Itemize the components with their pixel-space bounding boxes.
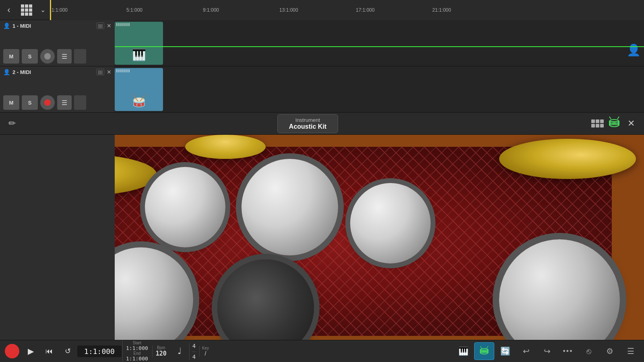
- piano-instrument-button[interactable]: 🎹: [453, 342, 473, 360]
- track-area: 👤 🎹: [115, 20, 644, 113]
- track-2-mute-button[interactable]: M: [3, 95, 19, 110]
- close-icon: ✕: [627, 118, 635, 129]
- clip-line: [116, 23, 118, 26]
- clip-line: [118, 69, 120, 72]
- skip-back-icon: ⏮: [45, 347, 53, 356]
- cymbal-top-center[interactable]: [185, 135, 266, 159]
- ruler-mark-6: 21:1:000: [432, 7, 451, 13]
- ruler-mark-2: 5:1:000: [126, 7, 142, 13]
- track-2-record-button[interactable]: [40, 95, 55, 110]
- undo-button[interactable]: ↩: [516, 342, 536, 360]
- track-1-record-button[interactable]: [40, 49, 55, 64]
- clip-line: [118, 23, 120, 26]
- time-signature-block[interactable]: 4 — 4: [189, 343, 198, 360]
- grid-view-button[interactable]: [18, 0, 35, 20]
- key-label: Key: [202, 346, 209, 350]
- pencil-button[interactable]: ✏: [0, 113, 24, 135]
- time-sig-sep: —: [192, 349, 196, 354]
- instrument-label-box: Instrument Acoustic Kit: [24, 114, 591, 133]
- play-button[interactable]: ▶: [22, 342, 39, 360]
- grid-cell: [596, 124, 599, 128]
- drum-mode-icon: [479, 346, 490, 357]
- time-sig-den: 4: [192, 354, 196, 360]
- instrument-controls-right: ✕: [591, 116, 644, 132]
- track-2-clip[interactable]: 🥁: [115, 68, 163, 111]
- current-time-display: 1:1:000: [77, 346, 122, 357]
- chevron-down-button[interactable]: ⌄: [35, 0, 50, 20]
- track-2-name: 2 - MIDI: [12, 69, 94, 75]
- ruler-mark-4: 13:1:000: [279, 7, 298, 13]
- share-button[interactable]: ⎋: [579, 342, 599, 360]
- track-2-volume-slider[interactable]: [74, 95, 86, 110]
- menu-button[interactable]: ☰: [621, 342, 641, 360]
- track-2: 👤 2 - MIDI |||| ✕ M S ☰: [0, 66, 115, 113]
- clip-line: [122, 23, 124, 26]
- ruler-mark-5: 17:1:000: [356, 7, 375, 13]
- instrument-label[interactable]: Instrument Acoustic Kit: [277, 114, 338, 133]
- track-1-mute-button[interactable]: M: [3, 49, 19, 64]
- track-1-menu-button[interactable]: ☰: [57, 49, 72, 64]
- redo-icon: ↪: [544, 346, 551, 356]
- record-icon: [5, 344, 19, 358]
- clip-line: [122, 69, 124, 72]
- track-1-midi-icon: ||||: [97, 23, 104, 29]
- left-panel: 👤 1 - MIDI |||| ✕ M S ☰ 👤 2 - MIDI |||| …: [0, 20, 115, 340]
- svg-line-8: [480, 346, 482, 348]
- track-1-clip[interactable]: 🎹: [115, 22, 163, 65]
- skip-back-button[interactable]: ⏮: [40, 342, 58, 360]
- ruler-mark-1: 1:1:000: [52, 7, 68, 13]
- track-2-controls: M S ☰: [3, 95, 111, 110]
- more-button[interactable]: •••: [558, 342, 578, 360]
- track-1-row: 🎹: [115, 20, 644, 66]
- undo-icon: ↩: [523, 346, 530, 356]
- playhead: [50, 0, 51, 20]
- refresh-icon: 🔄: [500, 346, 510, 356]
- bpm-label: Bpm: [157, 346, 165, 350]
- cymbal-crash-right[interactable]: [499, 139, 636, 179]
- refresh-button[interactable]: 🔄: [495, 342, 515, 360]
- share-icon: ⎋: [586, 347, 591, 356]
- drum-mode-button[interactable]: [474, 342, 494, 360]
- instrument-header: ✏ Instrument Acoustic Kit ✕: [0, 113, 644, 135]
- track-1-controls: M S ☰: [3, 49, 111, 64]
- pencil-icon: ✏: [8, 118, 16, 129]
- track-1-solo-button[interactable]: S: [22, 49, 38, 64]
- track-2-menu-button[interactable]: ☰: [57, 95, 72, 110]
- track-1-close-button[interactable]: ✕: [107, 23, 111, 29]
- track-2-close-button[interactable]: ✕: [107, 69, 111, 75]
- avatar-area: 👤: [622, 40, 644, 86]
- track-1-record-dot: [44, 53, 51, 60]
- instrument-grid-button[interactable]: [591, 119, 604, 128]
- clip-2-lines: [115, 68, 163, 74]
- key-block[interactable]: Key /: [199, 346, 211, 357]
- metronome-button[interactable]: ♩: [171, 342, 188, 360]
- timeline-ruler: 1:1:000 5:1:000 9:1:000 13:1:000 17:1:00…: [50, 0, 644, 20]
- play-icon: ▶: [28, 346, 34, 356]
- record-button[interactable]: [3, 342, 21, 360]
- clip-line: [124, 23, 126, 26]
- instrument-label-title: Instrument: [289, 117, 326, 123]
- loop-button[interactable]: ↺: [59, 342, 76, 360]
- drum-tom-1[interactable]: [145, 167, 225, 247]
- track-1-user-icon: 👤: [3, 23, 10, 29]
- drum-instrument-button[interactable]: [608, 116, 621, 132]
- drum-tom-2[interactable]: [242, 159, 338, 255]
- bpm-block[interactable]: Bpm 120: [152, 346, 170, 357]
- drum-svg-icon: [608, 116, 621, 129]
- chevron-down-icon: ⌄: [40, 6, 45, 14]
- track-1-volume-slider[interactable]: [74, 49, 86, 64]
- settings-button[interactable]: ⚙: [600, 342, 620, 360]
- back-button[interactable]: ‹: [0, 0, 18, 20]
- clip-line: [116, 69, 118, 72]
- drum-snare[interactable]: [350, 183, 431, 263]
- clip-line: [120, 23, 122, 26]
- end-label: End: [134, 351, 141, 356]
- time-sig-num: 4: [192, 343, 196, 349]
- instrument-close-button[interactable]: ✕: [625, 117, 638, 130]
- piano-icon: 🎹: [458, 346, 469, 356]
- grid-cell: [591, 124, 595, 128]
- track-2-solo-button[interactable]: S: [22, 95, 38, 110]
- track-1-header: 👤 1 - MIDI |||| ✕: [3, 23, 111, 29]
- redo-button[interactable]: ↪: [537, 342, 557, 360]
- end-value: 1:1:000: [126, 356, 148, 362]
